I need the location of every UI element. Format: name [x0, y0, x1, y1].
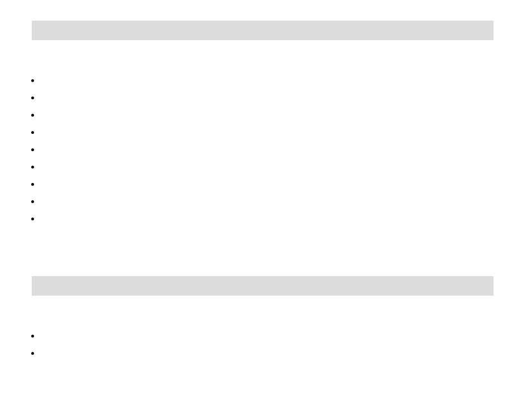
list-item [40, 349, 494, 358]
list-item [40, 331, 494, 340]
section-header-band-1 [32, 21, 494, 40]
bullet-list-1 [32, 76, 494, 223]
list-item [40, 93, 494, 102]
list-item [40, 128, 494, 137]
list-item [40, 214, 494, 223]
list-item [40, 180, 494, 189]
section-header-band-2 [32, 276, 494, 296]
list-item [40, 162, 494, 171]
list-item [40, 76, 494, 85]
bullet-list-2 [32, 331, 494, 358]
list-item [40, 145, 494, 154]
list-item [40, 110, 494, 119]
list-item [40, 197, 494, 206]
